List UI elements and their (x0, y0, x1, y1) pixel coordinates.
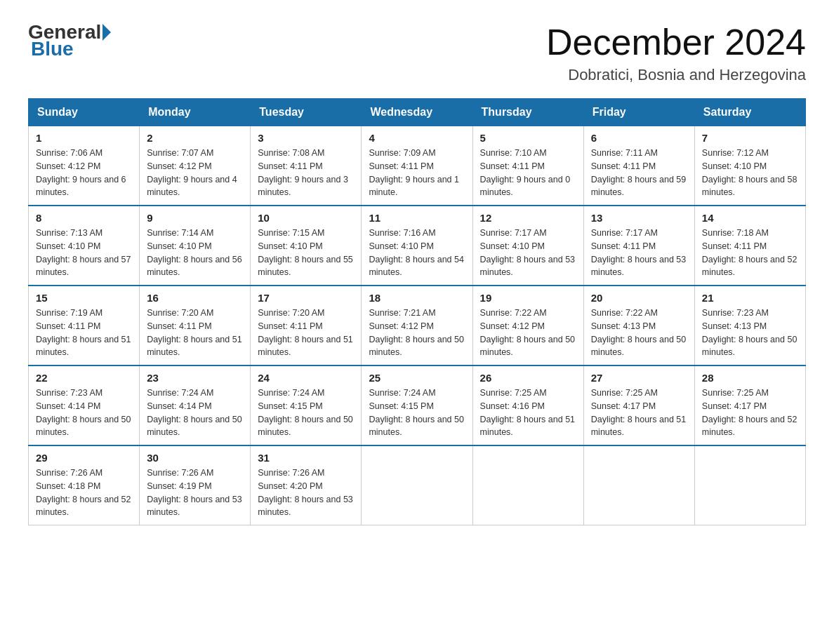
calendar-day-cell: 25 Sunrise: 7:24 AM Sunset: 4:15 PM Dayl… (362, 365, 472, 445)
day-number: 1 (36, 132, 132, 144)
day-info: Sunrise: 7:25 AM Sunset: 4:16 PM Dayligh… (480, 387, 576, 439)
calendar-header-wednesday: Wednesday (362, 99, 472, 126)
calendar-day-cell: 26 Sunrise: 7:25 AM Sunset: 4:16 PM Dayl… (472, 365, 583, 445)
calendar-day-cell (583, 445, 694, 525)
calendar-header-friday: Friday (583, 99, 694, 126)
calendar-day-cell: 22 Sunrise: 7:23 AM Sunset: 4:14 PM Dayl… (29, 365, 140, 445)
page-header: General Blue December 2024 Dobratici, Bo… (28, 21, 806, 84)
day-info: Sunrise: 7:26 AM Sunset: 4:19 PM Dayligh… (147, 467, 243, 519)
location-title: Dobratici, Bosnia and Herzegovina (546, 66, 806, 84)
calendar-day-cell: 7 Sunrise: 7:12 AM Sunset: 4:10 PM Dayli… (694, 126, 805, 206)
calendar-header-sunday: Sunday (29, 99, 140, 126)
calendar-day-cell: 20 Sunrise: 7:22 AM Sunset: 4:13 PM Dayl… (583, 286, 694, 365)
calendar-day-cell: 19 Sunrise: 7:22 AM Sunset: 4:12 PM Dayl… (472, 286, 583, 365)
day-info: Sunrise: 7:25 AM Sunset: 4:17 PM Dayligh… (702, 387, 798, 439)
day-info: Sunrise: 7:15 AM Sunset: 4:10 PM Dayligh… (258, 227, 354, 279)
day-info: Sunrise: 7:22 AM Sunset: 4:13 PM Dayligh… (591, 307, 687, 359)
day-number: 26 (480, 372, 576, 384)
day-info: Sunrise: 7:26 AM Sunset: 4:20 PM Dayligh… (258, 467, 354, 519)
day-info: Sunrise: 7:16 AM Sunset: 4:10 PM Dayligh… (369, 227, 465, 279)
day-info: Sunrise: 7:25 AM Sunset: 4:17 PM Dayligh… (591, 387, 687, 439)
calendar-day-cell (362, 445, 472, 525)
day-number: 4 (369, 132, 465, 144)
calendar-day-cell (472, 445, 583, 525)
day-info: Sunrise: 7:23 AM Sunset: 4:13 PM Dayligh… (702, 307, 798, 359)
day-number: 29 (36, 452, 132, 464)
calendar-header-saturday: Saturday (694, 99, 805, 126)
calendar-header-thursday: Thursday (472, 99, 583, 126)
day-number: 9 (147, 212, 243, 224)
calendar-day-cell: 1 Sunrise: 7:06 AM Sunset: 4:12 PM Dayli… (29, 126, 140, 206)
day-number: 20 (591, 292, 687, 304)
day-info: Sunrise: 7:23 AM Sunset: 4:14 PM Dayligh… (36, 387, 132, 439)
day-info: Sunrise: 7:12 AM Sunset: 4:10 PM Dayligh… (702, 147, 798, 199)
day-info: Sunrise: 7:09 AM Sunset: 4:11 PM Dayligh… (369, 147, 465, 199)
day-number: 17 (258, 292, 354, 304)
day-number: 30 (147, 452, 243, 464)
day-info: Sunrise: 7:20 AM Sunset: 4:11 PM Dayligh… (258, 307, 354, 359)
day-number: 22 (36, 372, 132, 384)
calendar-day-cell: 14 Sunrise: 7:18 AM Sunset: 4:11 PM Dayl… (694, 206, 805, 286)
calendar-week-row: 15 Sunrise: 7:19 AM Sunset: 4:11 PM Dayl… (29, 286, 806, 365)
calendar-table: SundayMondayTuesdayWednesdayThursdayFrid… (28, 98, 806, 525)
day-number: 13 (591, 212, 687, 224)
day-number: 7 (702, 132, 798, 144)
day-info: Sunrise: 7:20 AM Sunset: 4:11 PM Dayligh… (147, 307, 243, 359)
calendar-day-cell: 2 Sunrise: 7:07 AM Sunset: 4:12 PM Dayli… (140, 126, 251, 206)
day-number: 14 (702, 212, 798, 224)
day-number: 15 (36, 292, 132, 304)
calendar-day-cell: 4 Sunrise: 7:09 AM Sunset: 4:11 PM Dayli… (362, 126, 472, 206)
day-number: 18 (369, 292, 465, 304)
day-info: Sunrise: 7:14 AM Sunset: 4:10 PM Dayligh… (147, 227, 243, 279)
day-info: Sunrise: 7:06 AM Sunset: 4:12 PM Dayligh… (36, 147, 132, 199)
day-number: 16 (147, 292, 243, 304)
day-info: Sunrise: 7:17 AM Sunset: 4:11 PM Dayligh… (591, 227, 687, 279)
day-number: 11 (369, 212, 465, 224)
calendar-day-cell (694, 445, 805, 525)
calendar-day-cell: 15 Sunrise: 7:19 AM Sunset: 4:11 PM Dayl… (29, 286, 140, 365)
day-number: 2 (147, 132, 243, 144)
calendar-day-cell: 11 Sunrise: 7:16 AM Sunset: 4:10 PM Dayl… (362, 206, 472, 286)
day-number: 12 (480, 212, 576, 224)
calendar-day-cell: 30 Sunrise: 7:26 AM Sunset: 4:19 PM Dayl… (140, 445, 251, 525)
day-info: Sunrise: 7:19 AM Sunset: 4:11 PM Dayligh… (36, 307, 132, 359)
calendar-header-row: SundayMondayTuesdayWednesdayThursdayFrid… (29, 99, 806, 126)
day-number: 23 (147, 372, 243, 384)
day-number: 21 (702, 292, 798, 304)
calendar-day-cell: 13 Sunrise: 7:17 AM Sunset: 4:11 PM Dayl… (583, 206, 694, 286)
calendar-day-cell: 8 Sunrise: 7:13 AM Sunset: 4:10 PM Dayli… (29, 206, 140, 286)
day-number: 24 (258, 372, 354, 384)
day-info: Sunrise: 7:08 AM Sunset: 4:11 PM Dayligh… (258, 147, 354, 199)
calendar-day-cell: 28 Sunrise: 7:25 AM Sunset: 4:17 PM Dayl… (694, 365, 805, 445)
day-info: Sunrise: 7:22 AM Sunset: 4:12 PM Dayligh… (480, 307, 576, 359)
day-number: 28 (702, 372, 798, 384)
calendar-header-monday: Monday (140, 99, 251, 126)
calendar-day-cell: 9 Sunrise: 7:14 AM Sunset: 4:10 PM Dayli… (140, 206, 251, 286)
day-info: Sunrise: 7:26 AM Sunset: 4:18 PM Dayligh… (36, 467, 132, 519)
day-number: 10 (258, 212, 354, 224)
logo-blue-text: Blue (31, 38, 74, 60)
day-number: 25 (369, 372, 465, 384)
day-number: 31 (258, 452, 354, 464)
calendar-week-row: 29 Sunrise: 7:26 AM Sunset: 4:18 PM Dayl… (29, 445, 806, 525)
title-block: December 2024 Dobratici, Bosnia and Herz… (546, 21, 806, 84)
day-info: Sunrise: 7:24 AM Sunset: 4:14 PM Dayligh… (147, 387, 243, 439)
calendar-day-cell: 18 Sunrise: 7:21 AM Sunset: 4:12 PM Dayl… (362, 286, 472, 365)
day-number: 6 (591, 132, 687, 144)
day-info: Sunrise: 7:24 AM Sunset: 4:15 PM Dayligh… (258, 387, 354, 439)
day-info: Sunrise: 7:18 AM Sunset: 4:11 PM Dayligh… (702, 227, 798, 279)
calendar-week-row: 22 Sunrise: 7:23 AM Sunset: 4:14 PM Dayl… (29, 365, 806, 445)
day-number: 3 (258, 132, 354, 144)
calendar-header-tuesday: Tuesday (251, 99, 362, 126)
day-number: 19 (480, 292, 576, 304)
calendar-day-cell: 27 Sunrise: 7:25 AM Sunset: 4:17 PM Dayl… (583, 365, 694, 445)
day-number: 5 (480, 132, 576, 144)
calendar-day-cell: 10 Sunrise: 7:15 AM Sunset: 4:10 PM Dayl… (251, 206, 362, 286)
calendar-day-cell: 31 Sunrise: 7:26 AM Sunset: 4:20 PM Dayl… (251, 445, 362, 525)
calendar-day-cell: 3 Sunrise: 7:08 AM Sunset: 4:11 PM Dayli… (251, 126, 362, 206)
logo: General Blue (28, 21, 112, 60)
day-info: Sunrise: 7:21 AM Sunset: 4:12 PM Dayligh… (369, 307, 465, 359)
calendar-day-cell: 21 Sunrise: 7:23 AM Sunset: 4:13 PM Dayl… (694, 286, 805, 365)
calendar-week-row: 8 Sunrise: 7:13 AM Sunset: 4:10 PM Dayli… (29, 206, 806, 286)
day-number: 27 (591, 372, 687, 384)
